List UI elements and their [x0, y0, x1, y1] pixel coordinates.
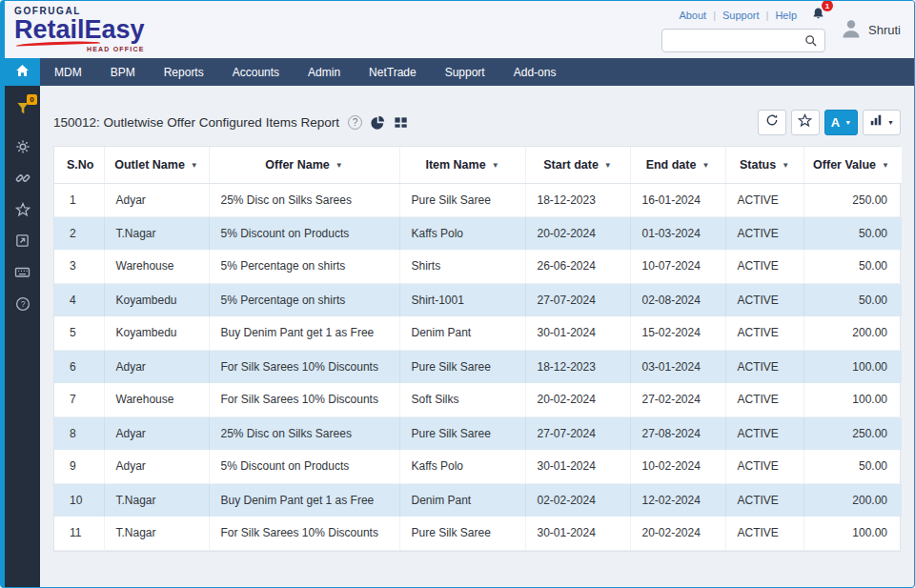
table-row[interactable]: 4Koyambedu5% Percentage on shirtsShirt-1…: [54, 283, 902, 316]
table-row[interactable]: 7WarehouseFor Silk Sarees 10% DiscountsS…: [54, 383, 902, 416]
notification-badge: 1: [822, 0, 833, 11]
report-help-icon[interactable]: ?: [348, 115, 362, 130]
cell-item-name: Kaffs Polo: [399, 450, 525, 483]
cell-status: ACTIVE: [725, 283, 803, 316]
cell-offer-value: 250.00: [803, 183, 902, 216]
slides-grid-icon[interactable]: [394, 115, 408, 130]
cell-offer-name: 25% Disc on Silks Sarees: [209, 416, 399, 450]
cell-start-date: 27-07-2024: [525, 416, 630, 450]
cell-end-date: 03-01-2024: [630, 350, 725, 383]
chevron-down-icon: ▼: [887, 119, 894, 126]
cell-start-date: 20-02-2024: [525, 216, 630, 250]
cell-offer-name: Buy Denim Pant get 1 as Free: [209, 316, 399, 350]
cell-end-date: 01-03-2024: [630, 216, 725, 250]
table-row[interactable]: 10T.NagarBuy Denim Pant get 1 as FreeDen…: [54, 483, 902, 517]
report-table: S.NoOutlet Name▼Offer Name▼Item Name▼Sta…: [54, 147, 902, 551]
cell-sno: 5: [54, 316, 104, 350]
user-menu[interactable]: Shruti: [841, 18, 901, 41]
nav-item-accounts[interactable]: Accounts: [218, 58, 294, 86]
main-navbar: MDMBPMReportsAccountsAdminNetTradeSuppor…: [5, 58, 914, 86]
cell-offer-value: 50.00: [803, 283, 902, 316]
links-button[interactable]: [5, 164, 40, 195]
cell-end-date: 10-02-2024: [630, 450, 725, 483]
cell-offer-value: 50.00: [803, 216, 902, 250]
cell-offer-name: 5% Percentage on shirts: [209, 283, 399, 316]
cell-start-date: 30-01-2024: [525, 450, 630, 483]
cell-status: ACTIVE: [725, 183, 803, 216]
global-search: [661, 29, 825, 52]
cell-sno: 10: [54, 483, 104, 517]
cell-start-date: 26-06-2024: [525, 250, 630, 283]
keyboard-icon: [14, 265, 30, 283]
nav-item-nettrade[interactable]: NetTrade: [355, 58, 431, 86]
nav-item-mdm[interactable]: MDM: [40, 58, 96, 86]
table-row[interactable]: 3Warehouse5% Percentage on shirtsShirts2…: [54, 250, 902, 283]
cell-start-date: 27-07-2024: [525, 283, 630, 316]
cell-item-name: Denim Pant: [399, 483, 525, 517]
cell-sno: 7: [54, 383, 104, 416]
column-label: Offer Name: [265, 158, 329, 172]
edition-label: HEAD OFFICE: [87, 46, 145, 52]
nav-item-reports[interactable]: Reports: [150, 58, 218, 86]
cell-status: ACTIVE: [725, 383, 803, 416]
report-table-panel: S.NoOutlet Name▼Offer Name▼Item Name▼Sta…: [53, 146, 901, 552]
settings-button[interactable]: [5, 132, 40, 164]
favorite-report-button[interactable]: [791, 110, 820, 135]
export-button[interactable]: [5, 227, 40, 258]
table-row[interactable]: 6AdyarFor Silk Sarees 10% DiscountsPure …: [54, 350, 902, 383]
nav-item-support[interactable]: Support: [431, 58, 499, 86]
column-header-offer-value[interactable]: Offer Value▼: [803, 147, 902, 183]
cell-sno: 1: [54, 183, 104, 216]
table-row[interactable]: 2T.Nagar5% Discount on ProductsKaffs Pol…: [54, 216, 902, 250]
home-icon: [15, 64, 30, 81]
column-label: Start date: [543, 158, 599, 172]
help-button[interactable]: ?: [5, 290, 40, 321]
support-link[interactable]: Support: [722, 10, 760, 21]
column-header-status[interactable]: Status▼: [725, 147, 803, 183]
column-label: End date: [646, 158, 697, 172]
report-toolbar: A ▼ ▼: [758, 110, 901, 135]
link-icon: [15, 171, 30, 190]
home-button[interactable]: [5, 58, 40, 86]
column-label: Outlet Name: [114, 158, 185, 172]
text-view-button[interactable]: A ▼: [824, 110, 858, 135]
nav-item-add-ons[interactable]: Add-ons: [499, 58, 571, 86]
pie-chart-icon[interactable]: [371, 115, 385, 130]
table-row[interactable]: 11T.NagarFor Silk Sarees 10% DiscountsPu…: [54, 517, 902, 550]
column-label: Item Name: [425, 158, 485, 172]
table-row[interactable]: 5KoyambeduBuy Denim Pant get 1 as FreeDe…: [54, 316, 902, 350]
cell-outlet-name: Warehouse: [104, 383, 209, 416]
refresh-button[interactable]: [758, 110, 786, 135]
column-header-offer-name[interactable]: Offer Name▼: [209, 147, 399, 183]
sort-caret-icon: ▼: [882, 161, 889, 170]
cell-status: ACTIVE: [725, 216, 803, 250]
about-link[interactable]: About: [679, 10, 706, 21]
favorites-button[interactable]: [5, 195, 40, 227]
help-link[interactable]: Help: [775, 10, 797, 21]
cell-outlet-name: Adyar: [104, 183, 209, 216]
table-row[interactable]: 1Adyar25% Disc on Silks SareesPure Silk …: [54, 183, 902, 216]
notifications-button[interactable]: 1: [811, 7, 825, 23]
table-row[interactable]: 8Adyar25% Disc on Silks SareesPure Silk …: [54, 416, 902, 450]
global-search-input[interactable]: [662, 34, 804, 48]
left-sidebar: 0: [5, 86, 40, 587]
cell-end-date: 15-02-2024: [630, 316, 725, 350]
nav-item-admin[interactable]: Admin: [294, 58, 355, 86]
search-icon[interactable]: [804, 34, 824, 48]
export-icon: [15, 233, 30, 252]
column-header-outlet-name[interactable]: Outlet Name▼: [104, 147, 209, 183]
column-header-end-date[interactable]: End date▼: [630, 147, 725, 183]
cell-end-date: 12-02-2024: [630, 483, 725, 517]
column-header-s-no[interactable]: S.No: [54, 147, 104, 183]
header-links: About | Support | Help 1: [679, 7, 825, 23]
cell-item-name: Denim Pant: [399, 316, 525, 350]
chart-view-button[interactable]: ▼: [863, 110, 901, 135]
app-logo: GOFRUGAL RetailEasy HEAD OFFICE: [14, 7, 145, 52]
nav-item-bpm[interactable]: BPM: [96, 58, 150, 86]
column-header-item-name[interactable]: Item Name▼: [399, 147, 525, 183]
cell-offer-name: For Silk Sarees 10% Discounts: [209, 383, 399, 416]
shortcuts-button[interactable]: [5, 258, 40, 290]
table-row[interactable]: 9Adyar5% Discount on ProductsKaffs Polo3…: [54, 450, 902, 483]
column-header-start-date[interactable]: Start date▼: [525, 147, 630, 183]
filter-button[interactable]: 0: [5, 94, 40, 126]
